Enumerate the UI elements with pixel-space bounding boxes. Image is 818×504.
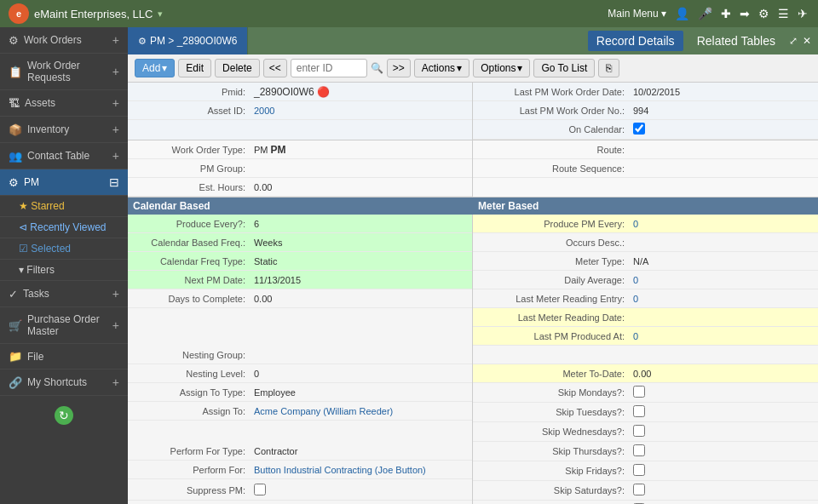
skip-sundays-row: Skip Sundays?: [473,501,818,504]
calendar-meter-section: Produce Every?: 6 Calendar Based Freq.: … [128,215,818,346]
sidebar-item-assets[interactable]: 🏗Assets + [0,90,128,117]
nesting-level-value: 0 [251,368,469,380]
daily-avg-value: 0 [630,274,815,286]
skip-tuesdays-checkbox[interactable] [633,405,645,417]
id-input[interactable] [291,59,367,77]
last-pm-wo-no-row: Last PM Work Order No.: 994 [473,101,818,120]
sidebar-item-workorders[interactable]: ⚙Work Orders + [0,27,128,54]
est-hours-value: 0.00 [251,181,469,193]
main-layout: ⚙Work Orders + 📋Work Order Requests + 🏗A… [0,27,818,504]
suppress-pm-checkbox[interactable] [254,484,266,495]
daily-avg-row: Daily Average: 0 [473,271,818,289]
assign-to-type-value: Employee [251,387,469,398]
perform-for-type-row: Perform For Type: Contractor [128,442,472,461]
on-calendar-checkbox[interactable] [633,123,645,135]
current-tab[interactable]: ⚙ PM > _2890OI0W6 [128,27,248,54]
sidebar-item-pm[interactable]: ⚙PM ⊟ [0,169,128,196]
skip-wednesdays-checkbox[interactable] [633,425,645,437]
delete-button[interactable]: Delete [215,59,260,77]
suppress-section: Suppress PM: Skip Saturdays?: Skip Sunda… [128,481,818,504]
skip-saturdays-checkbox[interactable] [633,484,645,495]
menu-icon[interactable]: ☰ [776,5,791,22]
sidebar-item-workrequests[interactable]: 📋Work Order Requests + [0,54,128,90]
suppress-pm-row: Suppress PM: [128,481,472,501]
sidebar-sub-filters[interactable]: ▾ Filters [0,260,128,281]
occurs-desc-value [630,242,815,243]
content-area: ⚙ PM > _2890OI0W6 Record Details Related… [128,27,818,504]
related-tables-tab[interactable]: Related Tables [688,31,784,51]
meter-fields: Produce PM Every: 0 Occurs Desc.: Meter … [473,215,818,346]
close-icon[interactable]: ✕ [803,35,811,47]
record-top: Pmid: _2890OI0W6 🔴 Asset ID: 2000 Last P… [128,83,818,140]
send-icon[interactable]: ✈ [796,5,809,22]
app-title: eMaint Enterprises, LLC [34,8,153,20]
sidebar-sub-recent[interactable]: ⊲ Recently Viewed [0,217,128,238]
skip-thursdays-checkbox[interactable] [633,444,645,456]
edit-button[interactable]: Edit [178,59,211,77]
route-value [630,149,815,151]
sidebar-item-inventory[interactable]: 📦Inventory + [0,117,128,143]
dropdown-arrow[interactable]: ▾ [158,9,163,20]
search-icon[interactable]: 🔍 [371,62,383,74]
sidebar-item-po[interactable]: 🛒Purchase Order Master + [0,307,128,344]
skip-mondays-row: Skip Mondays?: [473,383,818,403]
sidebar-item-shortcuts[interactable]: 🔗My Shortcuts + [0,369,128,396]
assign-skip-section: Assign To Type: Employee Assign To: Acme… [128,383,818,442]
arrow-icon[interactable]: ➡ [738,5,752,22]
user-icon[interactable]: 👤 [673,5,691,22]
nav-prev-button[interactable]: << [263,59,287,77]
occurs-desc-row: Occurs Desc.: [473,233,818,252]
spacer-row1 [473,346,818,364]
skip-saturdays-row: Skip Saturdays?: [473,481,818,501]
go-to-list-button[interactable]: Go To List [533,59,595,77]
perform-for-value[interactable]: Button Industrial Contracting (Joe Butto… [251,464,469,476]
skip-mondays-checkbox[interactable] [633,386,645,398]
calendar-based-header: Calendar Based [128,198,473,215]
meter-type-value: N/A [630,255,815,267]
meter-based-header: Meter Based [473,198,818,215]
last-pm-wo-date-row: Last PM Work Order Date: 10/02/2015 [473,83,818,101]
nesting-section: Nesting Group: Nesting Level: 0 Meter To… [128,346,818,383]
record-details-tab[interactable]: Record Details [588,31,683,51]
last-pm-produced-value: 0 [630,330,815,342]
gear-icon[interactable]: ⚙ [757,5,771,22]
sidebar-sub-starred[interactable]: ★ Starred [0,196,128,217]
record-content: Pmid: _2890OI0W6 🔴 Asset ID: 2000 Last P… [128,83,818,504]
copy-button[interactable]: ⎘ [598,59,619,77]
expand-icon[interactable]: ⤢ [789,35,798,47]
plus-icon[interactable]: ✚ [719,5,733,22]
actions-button[interactable]: Actions ▾ [414,59,469,77]
sync-button[interactable]: ↻ [55,406,73,425]
est-hours-row: Est. Hours: 0.00 [128,178,472,197]
options-button[interactable]: Options ▾ [473,59,530,77]
last-pm-wo-no-value: 994 [630,105,815,117]
skip-thursdays-row: Skip Thursdays?: [473,442,818,461]
nav-next-button[interactable]: >> [387,59,411,77]
top-icons: 👤 🎤 ✚ ➡ ⚙ ☰ ✈ [673,5,809,22]
last-meter-entry-value: 0 [630,293,815,305]
meter-to-date-row: Meter To-Date: 0.00 [473,364,818,383]
sidebar-sub-selected[interactable]: ☑ Selected [0,238,128,260]
produce-pm-every-value: 0 [630,218,815,230]
perform-skip-section: Perform For Type: Contractor Perform For… [128,442,818,481]
skip-fridays-checkbox[interactable] [633,464,645,476]
tab-icon: ⚙ [138,36,147,47]
wo-type-row: Work Order Type: PM PM [128,140,472,159]
days-to-complete-row: Days to Complete: 0.00 [128,289,472,308]
sidebar-item-file[interactable]: 📁File [0,344,128,369]
last-meter-date-row: Last Meter Reading Date: [473,308,818,327]
assign-to-value[interactable]: Acme Company (William Reeder) [251,405,469,417]
add-button[interactable]: Add ▾ [135,59,175,77]
meter-type-row: Meter Type: N/A [473,252,818,271]
pm-group-value [251,168,469,169]
meter-to-date-value: 0.00 [630,368,815,380]
sidebar: ⚙Work Orders + 📋Work Order Requests + 🏗A… [0,27,128,504]
sidebar-item-contact[interactable]: 👥Contact Table + [0,143,128,169]
cal-based-freq-row: Calendar Based Freq.: Weeks [128,233,472,252]
sync-btn-area: ↻ [0,396,128,435]
main-menu-btn[interactable]: Main Menu ▾ [608,8,666,20]
asset-id-value: 2000 [251,105,469,117]
top-bar-left: e eMaint Enterprises, LLC ▾ [9,3,163,24]
mic-icon[interactable]: 🎤 [696,5,714,22]
sidebar-item-tasks[interactable]: ✓Tasks + [0,281,128,307]
